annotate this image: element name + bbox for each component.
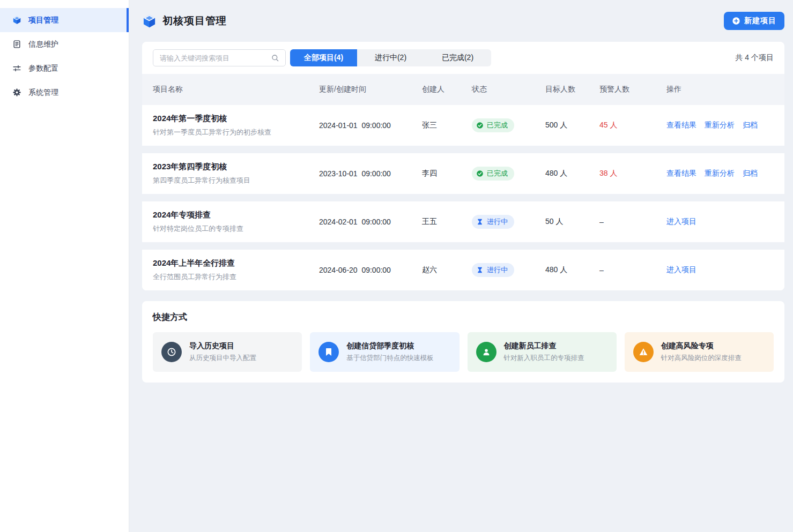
tab-2[interactable]: 已完成(2) [424, 49, 491, 66]
warning-count: – [599, 266, 666, 274]
quick-card-title: 创建信贷部季度初核 [346, 341, 434, 351]
filter-tabs: 全部项目(4)进行中(2)已完成(2) [290, 49, 491, 66]
project-time: 2024-01-01 09:00:00 [319, 121, 422, 130]
quick-card-title: 创建高风险专项 [661, 341, 742, 351]
sidebar: 项目管理信息维护参数配置系统管理 [0, 0, 129, 532]
quick-actions-title: 快捷方式 [142, 301, 784, 323]
new-project-label: 新建项目 [744, 16, 776, 26]
table-row: 2024年上半年全行排查 全行范围员工异常行为排查 2024-06-20 09:… [142, 250, 784, 290]
search-input[interactable] [153, 50, 271, 66]
action-link[interactable]: 进入项目 [666, 217, 696, 227]
actions-cell: 进入项目 [666, 217, 774, 227]
action-link[interactable]: 查看结果 [666, 121, 696, 130]
search-box [153, 49, 286, 66]
project-desc: 全行范围员工异常行为排查 [153, 272, 319, 282]
project-creator: 赵六 [422, 265, 472, 275]
bookmark-icon [323, 347, 334, 357]
quick-card-user[interactable]: 创建新员工排查 针对新入职员工的专项排查 [468, 332, 617, 372]
action-link[interactable]: 重新分析 [705, 121, 735, 130]
quick-card-desc: 针对高风险岗位的深度排查 [661, 354, 742, 363]
status-badge: 已完成 [472, 118, 514, 132]
gear-icon [12, 88, 21, 97]
sidebar-item-label: 信息维护 [28, 40, 58, 49]
quick-card-text: 创建信贷部季度初核 基于信贷部门特点的快速模板 [346, 341, 434, 363]
quick-card-text: 导入历史项目 从历史项目中导入配置 [189, 341, 256, 363]
status-badge: 进行中 [472, 215, 514, 229]
sidebar-nav: 项目管理信息维护参数配置系统管理 [0, 8, 129, 104]
user-icon [481, 347, 492, 357]
quick-card-circle [476, 342, 496, 362]
sliders-icon [12, 64, 21, 73]
project-name: 2023年第四季度初核 [153, 162, 319, 172]
hourglass-icon [476, 218, 484, 226]
column-header: 目标人数 [545, 85, 599, 94]
quick-card-circle [161, 342, 182, 362]
project-creator: 李四 [422, 169, 472, 178]
quick-card-desc: 针对新入职员工的专项排查 [504, 354, 584, 363]
sidebar-item-cube[interactable]: 项目管理 [0, 8, 129, 32]
column-header: 预警人数 [599, 85, 666, 94]
quick-card-clock[interactable]: 导入历史项目 从历史项目中导入配置 [153, 332, 302, 372]
sidebar-item-sliders[interactable]: 参数配置 [0, 56, 129, 80]
status-cell: 进行中 [472, 215, 545, 229]
actions-cell: 查看结果重新分析归档 [666, 169, 774, 178]
warning-count: 45 人 [599, 121, 666, 130]
status-cell: 已完成 [472, 167, 545, 181]
search-icon[interactable] [271, 54, 279, 62]
sidebar-item-label: 参数配置 [28, 64, 58, 73]
project-desc: 第四季度员工异常行为核查项目 [153, 176, 319, 185]
project-creator: 王五 [422, 217, 472, 227]
page-header: 初核项目管理 新建项目 [142, 12, 784, 30]
row-divider [142, 146, 784, 153]
table-row: 2023年第四季度初核 第四季度员工异常行为核查项目 2023-10-01 09… [142, 153, 784, 194]
column-header: 创建人 [422, 85, 472, 94]
quick-card-warning[interactable]: 创建高风险专项 针对高风险岗位的深度排查 [625, 332, 774, 372]
quick-card-desc: 从历史项目中导入配置 [189, 354, 256, 363]
tab-0[interactable]: 全部项目(4) [290, 49, 357, 66]
action-link[interactable]: 归档 [743, 121, 758, 130]
action-link[interactable]: 进入项目 [666, 265, 696, 275]
plus-circle-icon [732, 17, 740, 25]
sidebar-item-gear[interactable]: 系统管理 [0, 80, 129, 104]
projects-panel: 全部项目(4)进行中(2)已完成(2) 共 4 个项目 项目名称更新/创建时间创… [142, 42, 784, 290]
main-content: 初核项目管理 新建项目 全部项目(4)进行中(2)已完成(2) 共 4 个项目 … [129, 0, 793, 532]
warning-icon [638, 347, 649, 357]
table-body: 2024年第一季度初核 针对第一季度员工异常行为的初步核查 2024-01-01… [142, 105, 784, 290]
warning-count: – [599, 218, 666, 226]
column-header: 操作 [666, 85, 774, 94]
quick-card-desc: 基于信贷部门特点的快速模板 [346, 354, 434, 363]
title-wrap: 初核项目管理 [142, 14, 227, 28]
sidebar-item-label: 项目管理 [28, 16, 58, 25]
warning-count: 38 人 [599, 169, 666, 178]
action-link[interactable]: 归档 [743, 169, 758, 178]
table-row: 2024年专项排查 针对特定岗位员工的专项排查 2024-02-01 09:00… [142, 201, 784, 242]
project-name: 2024年上半年全行排查 [153, 258, 319, 268]
target-count: 50 人 [545, 217, 599, 227]
action-link[interactable]: 查看结果 [666, 169, 696, 178]
target-count: 500 人 [545, 121, 599, 130]
quick-card-title: 导入历史项目 [189, 341, 256, 351]
column-header: 项目名称 [153, 85, 319, 94]
table-header: 项目名称更新/创建时间创建人状态目标人数预警人数操作 [142, 74, 784, 105]
tab-1[interactable]: 进行中(2) [357, 49, 424, 66]
quick-card-bookmark[interactable]: 创建信贷部季度初核 基于信贷部门特点的快速模板 [310, 332, 459, 372]
quick-card-circle [318, 342, 339, 362]
status-label: 已完成 [487, 121, 508, 130]
quick-cards: 导入历史项目 从历史项目中导入配置 创建信贷部季度初核 基于信贷部门特点的快速模… [142, 323, 784, 383]
new-project-button[interactable]: 新建项目 [724, 12, 784, 30]
cube-icon [142, 14, 157, 28]
status-badge: 已完成 [472, 167, 514, 181]
toolbar: 全部项目(4)进行中(2)已完成(2) 共 4 个项目 [142, 42, 784, 74]
hourglass-icon [476, 266, 484, 274]
quick-card-title: 创建新员工排查 [504, 341, 584, 351]
project-creator: 张三 [422, 121, 472, 130]
status-cell: 进行中 [472, 263, 545, 277]
project-time: 2024-06-20 09:00:00 [319, 266, 422, 274]
clock-icon [166, 347, 177, 357]
sidebar-item-document[interactable]: 信息维护 [0, 32, 129, 56]
project-desc: 针对第一季度员工异常行为的初步核查 [153, 128, 319, 137]
project-name-cell: 2024年上半年全行排查 全行范围员工异常行为排查 [153, 258, 319, 282]
action-link[interactable]: 重新分析 [705, 169, 735, 178]
total-count: 共 4 个项目 [735, 53, 774, 63]
project-name-cell: 2024年第一季度初核 针对第一季度员工异常行为的初步核查 [153, 114, 319, 137]
